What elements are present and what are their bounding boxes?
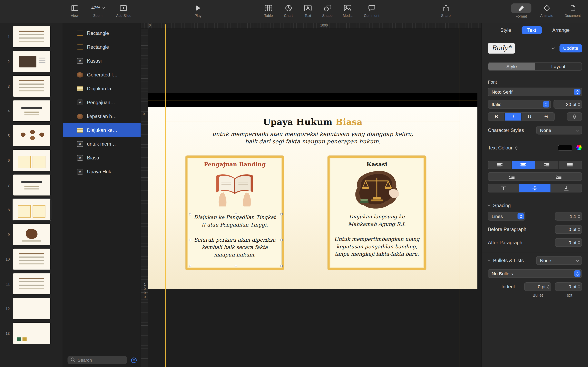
align-justify-button[interactable] bbox=[559, 161, 582, 169]
slide-thumbnail[interactable] bbox=[13, 273, 50, 294]
shape-button[interactable]: Shape bbox=[322, 3, 332, 18]
bold-button[interactable]: B bbox=[488, 113, 505, 121]
slide-thumbnail[interactable] bbox=[13, 175, 50, 196]
format-button[interactable]: Format bbox=[511, 3, 531, 18]
segment-style[interactable]: Style bbox=[488, 63, 535, 71]
line-spacing-field[interactable]: 1.1 bbox=[555, 212, 582, 221]
indent-text-field[interactable]: 0 pt bbox=[555, 282, 582, 291]
play-button[interactable]: Play bbox=[194, 3, 203, 18]
slide-thumbnail[interactable] bbox=[13, 298, 50, 319]
bullets-section-header[interactable]: Bullets & Lists bbox=[488, 258, 524, 263]
increase-indent-button[interactable] bbox=[535, 173, 582, 181]
align-left-button[interactable] bbox=[488, 161, 512, 169]
filter-icon[interactable] bbox=[131, 357, 137, 363]
slide-subtitle[interactable]: untuk memperbaiki atau mengoreksi keputu… bbox=[148, 130, 477, 145]
chevron-down-icon[interactable] bbox=[552, 46, 555, 50]
decrease-indent-button[interactable] bbox=[488, 173, 535, 181]
document-button[interactable]: Document bbox=[564, 3, 581, 18]
align-right-button[interactable] bbox=[535, 161, 559, 169]
add-slide-button[interactable]: Add Slide bbox=[116, 3, 131, 18]
slide-thumbnail-row[interactable]: 1 bbox=[0, 25, 63, 48]
after-paragraph-field[interactable]: 0 pt bbox=[555, 238, 582, 247]
update-button[interactable]: Update bbox=[559, 44, 582, 52]
slide-thumbnail[interactable] bbox=[13, 249, 50, 270]
tab-style[interactable]: Style bbox=[495, 26, 517, 34]
object-search-field[interactable] bbox=[68, 356, 127, 364]
typeface-popup[interactable]: Italic bbox=[488, 100, 551, 108]
font-family-popup[interactable]: Noto Serif bbox=[488, 88, 582, 96]
stepper-icon[interactable] bbox=[578, 285, 580, 288]
object-list-item[interactable]: Rectangle bbox=[63, 26, 141, 40]
object-list-item[interactable]: Diajukan la… bbox=[63, 82, 141, 95]
before-paragraph-field[interactable]: 0 pt bbox=[555, 225, 582, 234]
bullets-popup[interactable]: None bbox=[536, 256, 582, 265]
slide-thumbnail-row[interactable]: 10 bbox=[0, 248, 63, 271]
card-kasasi[interactable]: Kasasi bbox=[328, 156, 426, 270]
strikethrough-button[interactable]: S bbox=[538, 113, 554, 121]
card-pengajuan-banding[interactable]: Pengajuan Banding Diajukan ke Pengadi bbox=[186, 156, 284, 270]
slide-thumbnail[interactable] bbox=[13, 76, 50, 97]
align-center-button[interactable] bbox=[512, 161, 535, 169]
tab-arrange[interactable]: Arrange bbox=[547, 26, 575, 34]
colour-wheel-icon[interactable] bbox=[576, 145, 582, 150]
slide-thumbnail[interactable] bbox=[13, 323, 50, 344]
align-bottom-button[interactable] bbox=[551, 184, 582, 192]
slide-thumbnail-row[interactable]: 4 bbox=[0, 99, 63, 123]
object-list-item[interactable]: AUpaya Huk… bbox=[63, 165, 141, 179]
stepper-icon[interactable] bbox=[548, 285, 549, 288]
table-button[interactable]: Table bbox=[264, 3, 273, 18]
indent-bullet-field[interactable]: 0 pt bbox=[524, 282, 551, 291]
slide-thumbnail-row[interactable]: 8 bbox=[0, 198, 63, 221]
slide-thumbnail[interactable] bbox=[13, 26, 50, 47]
slide[interactable]: Upaya Hukum Biasa untuk memperbaiki atau… bbox=[148, 107, 477, 289]
slide-thumbnail[interactable] bbox=[13, 199, 50, 220]
view-button[interactable]: View bbox=[70, 3, 79, 18]
stepper-icon[interactable] bbox=[578, 241, 580, 244]
slide-thumbnail[interactable] bbox=[13, 125, 50, 146]
stepper-icon[interactable] bbox=[578, 215, 580, 218]
slide-thumbnail-row[interactable]: 9 bbox=[0, 223, 63, 246]
object-list-item[interactable]: kepastian h… bbox=[63, 109, 141, 123]
slide-thumbnail-row[interactable]: 6 bbox=[0, 149, 63, 172]
slide-canvas[interactable]: 0 1000 0 1000 Upaya Hukum Biasa untuk me… bbox=[141, 23, 482, 367]
object-list-item[interactable]: APengajuan… bbox=[63, 95, 141, 109]
slide-thumbnail-row[interactable]: 12 bbox=[0, 297, 63, 320]
align-middle-button[interactable] bbox=[519, 184, 551, 192]
segment-layout[interactable]: Layout bbox=[535, 63, 582, 71]
underline-button[interactable]: U bbox=[521, 113, 538, 121]
slide-thumbnail[interactable] bbox=[13, 224, 50, 245]
slide-thumbnail[interactable] bbox=[13, 51, 50, 72]
slide-thumbnail-row[interactable]: 7 bbox=[0, 173, 63, 197]
text-button[interactable]: Text bbox=[303, 3, 312, 18]
object-list-item[interactable]: AKasasi bbox=[63, 54, 141, 68]
search-input[interactable] bbox=[78, 358, 124, 363]
spacing-section-header[interactable]: Spacing bbox=[488, 203, 582, 208]
tab-text[interactable]: Text bbox=[522, 26, 542, 34]
advanced-options-button[interactable] bbox=[567, 112, 582, 121]
stepper-icon[interactable] bbox=[578, 103, 580, 106]
font-size-field[interactable]: 30 pt bbox=[553, 100, 582, 108]
animate-button[interactable]: Animate bbox=[540, 3, 553, 18]
slide-thumbnail[interactable] bbox=[13, 150, 50, 171]
zoom-control[interactable]: 42% Zoom bbox=[91, 3, 104, 18]
card-body-text[interactable]: Diajukan ke Pengadilan Tingkat II atau P… bbox=[187, 213, 282, 258]
object-list-item[interactable]: Diajukan ke… bbox=[63, 123, 141, 137]
comment-button[interactable]: Comment bbox=[364, 3, 379, 18]
slide-thumbnail-row[interactable]: 3 bbox=[0, 75, 63, 98]
object-list-item[interactable]: Generated I… bbox=[63, 68, 141, 82]
slide-thumbnail[interactable] bbox=[13, 100, 50, 121]
no-bullets-popup[interactable]: No Bullets bbox=[488, 269, 582, 278]
slide-thumbnail-row[interactable]: 13 bbox=[0, 322, 63, 345]
object-list-item[interactable]: Auntuk mem… bbox=[63, 137, 141, 151]
chart-button[interactable]: Chart bbox=[284, 3, 293, 18]
italic-button[interactable]: I bbox=[505, 113, 521, 121]
card-body-text[interactable]: Diajukan langsung ke Mahkamah Agung R.I.… bbox=[329, 213, 424, 258]
object-list-item[interactable]: Rectangle bbox=[63, 40, 141, 54]
object-list-item[interactable]: ABiasa bbox=[63, 151, 141, 165]
text-colour-swatch[interactable] bbox=[558, 145, 572, 150]
align-top-button[interactable] bbox=[488, 184, 519, 192]
lines-popup[interactable]: Lines bbox=[488, 212, 526, 221]
paragraph-style-chip[interactable]: Body* bbox=[488, 43, 515, 53]
slide-thumbnail-row[interactable]: 5 bbox=[0, 124, 63, 147]
character-styles-popup[interactable]: None bbox=[536, 126, 582, 134]
